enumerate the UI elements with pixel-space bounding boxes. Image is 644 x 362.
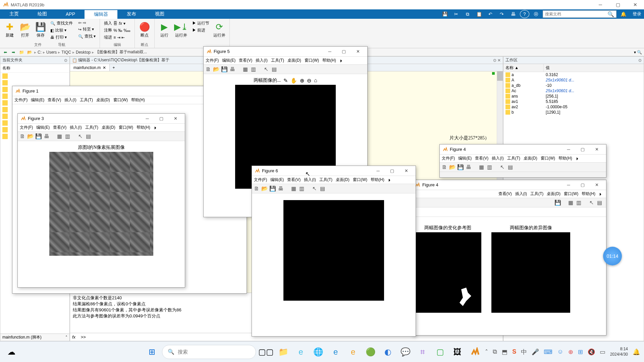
menu-insert[interactable]: 插入(I) <box>256 58 267 63</box>
print-fig-icon[interactable]: 🖶 <box>229 66 236 73</box>
parent-button[interactable]: 📂 <box>26 49 33 56</box>
menu-file[interactable]: 文件(F) <box>20 125 33 130</box>
menu-more-icon[interactable]: ⏵ <box>339 58 343 63</box>
tray-chevron-icon[interactable]: ˄ <box>485 348 488 356</box>
tray-app2-icon[interactable]: ⊞ <box>578 348 583 356</box>
goto-button[interactable]: ↪转至 ▾ <box>77 26 97 33</box>
menu-view[interactable]: 查看(V) <box>475 156 488 161</box>
menu-help[interactable]: 帮助(H) <box>558 156 572 161</box>
menu-desktop[interactable]: 桌面(D) <box>547 191 560 197</box>
tab-publish[interactable]: 发布 <box>117 9 146 19</box>
print-icon[interactable]: 🖶 <box>508 10 518 18</box>
tray-emoji-icon[interactable]: ☺ <box>557 348 563 355</box>
chevron-up-icon[interactable]: ˄ <box>65 335 67 340</box>
fig-minimize-button[interactable]: ─ <box>371 167 385 175</box>
print-fig-icon[interactable]: 🖶 <box>465 164 472 171</box>
home-icon[interactable]: ⌂ <box>314 77 317 83</box>
tab-close-icon[interactable]: ✕ <box>103 65 106 70</box>
save-fig-icon[interactable]: 💾 <box>554 199 561 206</box>
open-button[interactable]: 📂打开 <box>18 20 32 42</box>
run-section-button[interactable]: ▶ 运行节 <box>191 20 211 26</box>
menu-tools[interactable]: 工具(T) <box>271 58 284 63</box>
panel-opts-icon[interactable]: ⊙ <box>64 58 67 63</box>
save-fig-icon[interactable]: 💾 <box>457 164 464 171</box>
grid-icon[interactable]: ▤ <box>271 66 277 73</box>
paste-icon[interactable]: 📋 <box>474 10 484 18</box>
zoomout-icon[interactable]: ⊖ <box>307 77 311 84</box>
figure-4-window[interactable]: Figure 4─▢✕ 查看(V) 插入(I) 工具(T) 桌面(D) 窗口(W… <box>412 180 606 336</box>
figure-3-window[interactable]: Figure 3─▢✕ 文件(F) 编辑(E) 查看(V) 插入(I) 工具(T… <box>17 113 185 288</box>
menu-edit[interactable]: 编辑(E) <box>36 125 50 130</box>
workspace-value-header[interactable]: 值 <box>544 64 552 72</box>
new-button[interactable]: ✚新建 <box>3 20 17 42</box>
print-fig-icon[interactable]: 🖶 <box>277 185 284 192</box>
menu-desktop[interactable]: 桌面(D) <box>287 58 301 63</box>
fig-close-button[interactable]: ✕ <box>351 47 365 56</box>
run-button[interactable]: ▶运行 <box>157 20 171 43</box>
panel-opts-icon[interactable]: ⊙ <box>638 58 642 63</box>
workspace-row[interactable]: av2-1.0000e-05 <box>503 104 644 110</box>
menu-tools[interactable]: 工具(T) <box>319 177 332 183</box>
menu-more-icon[interactable]: ⏵ <box>388 178 392 182</box>
grid-icon[interactable]: ▤ <box>596 199 603 206</box>
open-fig-icon[interactable]: 📂 <box>449 164 456 171</box>
matlab-taskbar-icon[interactable] <box>468 345 482 359</box>
window-maximize-button[interactable]: ▢ <box>609 0 627 9</box>
workspace-row[interactable]: av15.5185 <box>503 99 644 104</box>
search-docs[interactable]: 🔍 <box>543 10 616 18</box>
search-icon[interactable]: 🔍 <box>607 11 614 17</box>
datatip-icon[interactable]: ▦ <box>56 133 63 140</box>
menu-window[interactable]: 窗口(W) <box>119 125 133 130</box>
rotate-icon[interactable]: ▥ <box>486 164 493 171</box>
fig-close-button[interactable]: ✕ <box>399 167 413 175</box>
tray-mute-icon[interactable]: 🔇 <box>588 348 595 356</box>
datatip-icon[interactable]: ▦ <box>478 164 485 171</box>
edge-icon[interactable]: 🌐 <box>311 345 326 359</box>
notifications-icon[interactable]: 🔔 <box>633 348 640 356</box>
workspace-row[interactable]: A25x1x90601 d... <box>503 77 644 83</box>
tab-apps[interactable]: APP <box>56 9 85 19</box>
menu-tools[interactable]: 工具(T) <box>80 97 93 103</box>
file-row[interactable] <box>0 73 69 79</box>
taskbar-search[interactable]: 🔍 <box>162 345 256 359</box>
wechat-icon[interactable]: 💬 <box>398 345 413 359</box>
notifications-icon[interactable]: 🔔 <box>619 10 628 18</box>
browser2-icon[interactable]: e <box>328 345 343 359</box>
tab-editor[interactable]: 编辑器 <box>85 9 117 19</box>
window-close-button[interactable]: ✕ <box>627 0 644 9</box>
menu-view[interactable]: 查看(V) <box>239 58 252 63</box>
clock[interactable]: 8:14 2024/4/30 <box>610 347 628 357</box>
fig-maximize-button[interactable]: ▢ <box>337 47 351 56</box>
menu-help[interactable]: 帮助(H) <box>582 191 595 197</box>
forward-button[interactable]: ➡ <box>10 49 17 56</box>
new-fig-icon[interactable]: 🗎 <box>253 185 260 192</box>
save-fig-icon[interactable]: 💾 <box>35 133 42 140</box>
menu-insert[interactable]: 插入(I) <box>70 125 82 130</box>
redo-icon[interactable]: ↷ <box>497 10 506 18</box>
fig-maximize-button[interactable]: ▢ <box>576 181 589 189</box>
save-button[interactable]: 💾保存 <box>34 20 48 42</box>
menu-insert[interactable]: 插入(I) <box>64 97 76 103</box>
pan-icon[interactable]: ✋ <box>290 77 297 84</box>
save-icon[interactable]: 💾 <box>440 10 449 18</box>
chrome-icon[interactable]: 🟢 <box>363 345 378 359</box>
workspace-row[interactable]: ans[256,1] <box>503 94 644 99</box>
workspace-row[interactable]: Ac25x1x90601 d... <box>503 88 644 94</box>
open-fig-icon[interactable]: 📂 <box>27 133 34 140</box>
print-button[interactable]: 🖶打印 ▾ <box>49 34 74 41</box>
menu-edit[interactable]: 编辑(E) <box>458 156 472 161</box>
window-minimize-button[interactable]: ─ <box>592 0 609 9</box>
tray-sync-icon[interactable]: ⬒ <box>502 348 507 356</box>
arrow-icon[interactable]: ↖ <box>311 185 318 192</box>
editor-tab-mainfunction[interactable]: mainfunction.m✕ <box>70 64 110 71</box>
zoomin-icon[interactable]: ⊕ <box>300 77 304 84</box>
fig-close-button[interactable]: ✕ <box>169 114 182 123</box>
fig-minimize-button[interactable]: ─ <box>562 181 575 189</box>
explorer-icon[interactable]: 📁 <box>276 345 291 359</box>
menu-view[interactable]: 查看(V) <box>53 125 66 130</box>
menu-window[interactable]: 窗口(W) <box>353 177 367 183</box>
grid-icon[interactable]: ▤ <box>85 133 92 140</box>
menu-edit[interactable]: 编辑(E) <box>222 58 235 63</box>
breadcrumb[interactable]: ▸C: ▸Users ▸TIQC ▸Desktop ▸【图像检测】基于matla… <box>34 49 147 55</box>
cut-icon[interactable]: ✂ <box>451 10 461 18</box>
